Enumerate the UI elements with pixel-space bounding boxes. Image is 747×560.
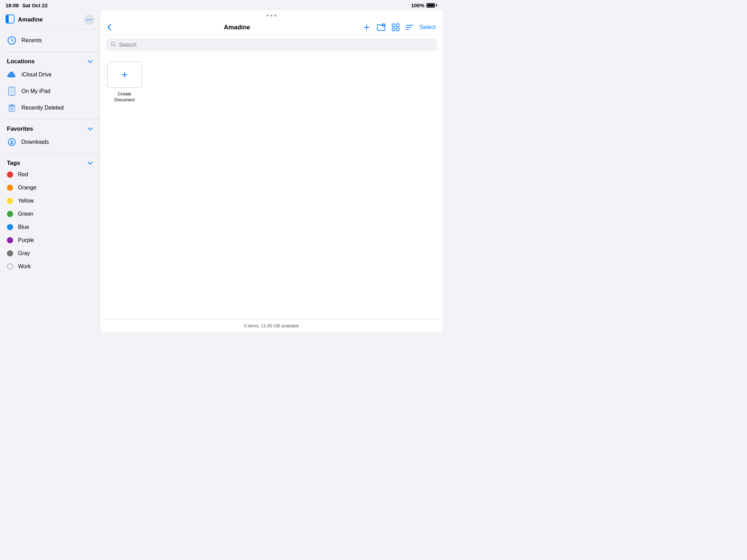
sidebar-title: Amadine [18, 16, 43, 23]
tag-label-purple: Purple [18, 237, 34, 243]
sidebar-header: Amadine [0, 10, 100, 29]
locations-collapse-button[interactable] [87, 58, 93, 65]
sidebar-section-tags: Tags Red Orange Yellow [0, 153, 100, 276]
svg-rect-9 [10, 88, 14, 93]
clock-icon [7, 36, 17, 45]
sidebar-more-button[interactable] [84, 15, 94, 25]
tag-label-gray: Gray [18, 250, 30, 256]
toolbar-left [107, 24, 111, 31]
sort-menu-button[interactable] [406, 25, 413, 30]
content-footer: 0 items, 11.85 GB available [100, 319, 443, 332]
status-left: 18:08 Sat Oct 22 [6, 2, 48, 8]
svg-point-4 [89, 19, 90, 20]
sidebar-section-recents: Recents [0, 29, 100, 52]
create-document-label: CreateDocument [114, 91, 135, 103]
tag-dot-orange [7, 185, 13, 191]
tags-collapse-button[interactable] [87, 160, 93, 166]
svg-point-5 [91, 19, 92, 20]
grid-view-button[interactable] [392, 24, 399, 31]
svg-rect-15 [392, 28, 395, 31]
status-date: Sat Oct 22 [22, 2, 47, 8]
tag-label-green: Green [18, 211, 33, 217]
tags-label: Tags [7, 160, 20, 167]
sidebar-item-ipad-label: On My iPad [21, 88, 50, 94]
trash-icon [7, 103, 17, 113]
sidebar-item-tag-red[interactable]: Red [0, 168, 100, 181]
favorites-collapse-button[interactable] [87, 126, 93, 132]
select-button[interactable]: Select [419, 24, 436, 31]
download-icon [7, 137, 17, 147]
tag-label-work: Work [18, 263, 31, 270]
content-toolbar: Amadine [100, 21, 443, 35]
sidebar-item-icloud[interactable]: iCloud Drive [0, 66, 100, 83]
drag-dot-3 [274, 15, 276, 17]
battery-icon [426, 3, 437, 8]
favorites-header: Favorites [0, 122, 100, 134]
tag-label-blue: Blue [18, 224, 29, 230]
tag-label-yellow: Yellow [18, 198, 34, 204]
drag-dot-2 [270, 15, 273, 17]
svg-rect-13 [392, 24, 395, 27]
main-layout: Amadine Recents [0, 10, 443, 332]
tag-dot-gray [7, 250, 13, 256]
svg-rect-2 [6, 15, 9, 23]
svg-rect-14 [396, 24, 399, 27]
sidebar-item-recently-deleted-label: Recently Deleted [21, 105, 64, 111]
content-title: Amadine [224, 24, 250, 31]
sidebar-section-locations: Locations iCloud Drive [0, 52, 100, 119]
window-drag-handle [100, 10, 443, 21]
sidebar-item-recents[interactable]: Recents [0, 32, 100, 49]
content-grid: + CreateDocument [100, 55, 443, 319]
sidebar-item-downloads-label: Downloads [21, 139, 49, 145]
sidebar-item-icloud-label: iCloud Drive [21, 72, 52, 78]
tag-dot-blue [7, 224, 13, 230]
search-input[interactable] [119, 42, 432, 48]
sidebar-header-left: Amadine [6, 15, 43, 25]
sidebar-item-tag-gray[interactable]: Gray [0, 247, 100, 260]
sidebar-item-recently-deleted[interactable]: Recently Deleted [0, 100, 100, 116]
drag-dot-1 [267, 15, 269, 17]
tag-dot-work [7, 263, 13, 270]
sidebar-item-tag-yellow[interactable]: Yellow [0, 194, 100, 207]
footer-text: 0 items, 11.85 GB available [244, 323, 299, 328]
status-time: 18:08 [6, 2, 19, 8]
locations-header: Locations [0, 55, 100, 66]
sidebar: Amadine Recents [0, 10, 100, 332]
tags-header: Tags [0, 156, 100, 168]
ipad-icon [7, 86, 17, 96]
create-document-card[interactable]: + CreateDocument [107, 62, 142, 103]
search-icon [111, 41, 116, 48]
tag-dot-purple [7, 237, 13, 243]
create-document-box: + [107, 62, 142, 88]
search-bar [106, 38, 437, 51]
battery-percentage: 100% [411, 2, 424, 8]
sidebar-item-tag-orange[interactable]: Orange [0, 181, 100, 194]
status-right: 100% [411, 2, 437, 8]
sidebar-item-tag-purple[interactable]: Purple [0, 234, 100, 247]
status-bar: 18:08 Sat Oct 22 100% [0, 0, 443, 10]
svg-rect-16 [396, 28, 399, 31]
svg-point-3 [87, 19, 88, 20]
sidebar-item-downloads[interactable]: Downloads [0, 134, 100, 150]
tag-dot-red [7, 171, 13, 178]
add-button[interactable] [363, 24, 370, 31]
toolbar-right: Select [363, 24, 436, 31]
create-plus-icon: + [121, 69, 128, 80]
back-button[interactable] [107, 24, 111, 31]
tag-label-orange: Orange [18, 185, 36, 191]
sidebar-item-tag-work[interactable]: Work [0, 260, 100, 273]
icloud-icon [7, 70, 17, 80]
sidebar-item-recents-label: Recents [21, 37, 42, 44]
tag-dot-yellow [7, 198, 13, 204]
sidebar-item-tag-blue[interactable]: Blue [0, 221, 100, 234]
sidebar-item-ipad[interactable]: On My iPad [0, 83, 100, 100]
tag-label-red: Red [18, 171, 28, 178]
sidebar-section-favorites: Favorites Downloads [0, 119, 100, 153]
sidebar-item-tag-green[interactable]: Green [0, 207, 100, 221]
tag-dot-green [7, 211, 13, 217]
favorites-label: Favorites [7, 125, 33, 132]
add-folder-button[interactable] [377, 24, 386, 31]
sidebar-panel-icon [6, 15, 15, 25]
svg-point-8 [11, 94, 12, 95]
locations-label: Locations [7, 58, 35, 65]
